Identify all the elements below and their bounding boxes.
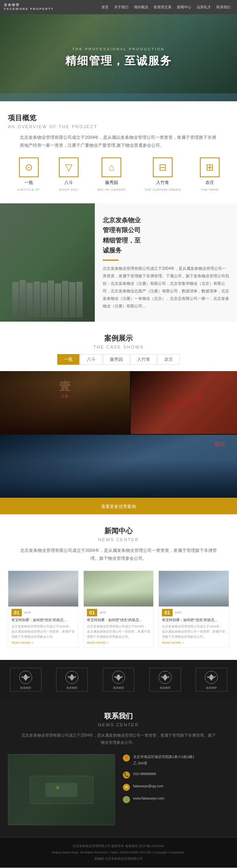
logo-label: 发条物管 (206, 686, 217, 690)
company-desc: 北京发条物业管理有限公司成立于2004年，是从属发条物业管理公司一类资资，隶属于… (103, 265, 229, 310)
cases-grid: 壹 兰亭 招 商 加 盟 花云 (0, 371, 237, 498)
contact-desc: 北京发条物业管理有限公司成立于2004年，是从属发条物业管理公司一类资资，隶属于… (20, 732, 217, 746)
news-date-row: 01 APR (84, 606, 154, 617)
cases-watermark: 招 商 加 盟 (164, 392, 203, 413)
company-section: 北京发条物业 管理有限公司 精细管理，至 诚服务 北京发条物业管理有限公司成立于… (0, 203, 237, 322)
nav-logo: 发条物管 FACEWORE PROPERTY (4, 3, 54, 11)
contact-info: 📍 北京市海淀区海淀学院路1巷小1校1楼1 乙 204室 📞 010-88888… (123, 754, 229, 825)
contact-website: www.fatiaowye.com (133, 796, 164, 802)
logo-badge: 发条物管 (149, 668, 181, 692)
project-section: 项目概览 AN OVERVIEW OF THE PROJECT 北京发条物业管理… (0, 101, 237, 203)
project-icon-item: ⊟ 入竹青 THE CURTAIN GREEN (145, 157, 181, 191)
news-title-en: NEWS CENTER (8, 537, 229, 542)
company-text: 北京发条物业 管理有限公司 精细管理，至 诚服务 北京发条物业管理有限公司成立于… (95, 203, 237, 322)
project-title-cn: 项目概览 (8, 113, 229, 123)
news-card: 01 APR 有宝特别赛：如何把"优先"的状态... 北京发条物业管理有限公司成… (83, 570, 154, 648)
project-icon-item: ⌂ 藤秀园 BIN TAI GARDEN (98, 157, 126, 191)
hero-title: 精细管理，至诚服务 (65, 53, 172, 68)
nav-link[interactable]: 运营礼才 (194, 4, 213, 11)
case-tab[interactable]: 农庄 (158, 354, 180, 365)
project-icon-item: ▽ 八斗 EIGHT DOU (59, 157, 79, 191)
phone-icon: 📞 (123, 771, 130, 779)
news-date-row: 01 APR (159, 606, 229, 617)
logos-band: 发条物管 发条物管 发条物管 发条物管 (0, 660, 237, 699)
nav-link[interactable]: 项目概况 (132, 4, 150, 11)
nav-link[interactable]: 关于我们 (112, 4, 131, 11)
contact-layout: 📍 北京市海淀区海淀学院路1巷小1校1楼1 乙 204室 📞 010-88888… (8, 754, 229, 825)
company-divider (103, 260, 118, 261)
nav-link[interactable]: 投资类元系 (151, 4, 174, 11)
news-readmore[interactable]: READ MORE > (159, 641, 229, 648)
news-date-num: 01 (11, 609, 22, 616)
bird-icon (65, 670, 79, 684)
logo-badge: 发条物管 (10, 668, 41, 692)
news-card: 01 APR 有宝特别赛：如何把"优先"的状态... 北京发条物业管理有限公司成… (8, 570, 79, 648)
news-title: 有宝特别赛：如何把"优先"的状态... (84, 617, 154, 624)
navigation: 发条物管 FACEWORE PROPERTY 首页关于我们项目概况投资类元系新闻… (0, 0, 237, 14)
contact-phone-item: 📞 010-88888888 (123, 771, 229, 779)
footer-line2: Beijing fatiao wuye. All Rights Reserved… (8, 849, 229, 856)
nav-links: 首页关于我们项目概况投资类元系新闻中心运营礼才联系我们 (99, 4, 233, 11)
project-icon-cn: 藤秀园 (105, 180, 118, 186)
nav-link[interactable]: 新闻中心 (175, 4, 194, 11)
footer: 北京发条物业管理有限公司 版权所有 备案编号 京ICP备11000000 Bei… (0, 837, 237, 868)
project-icon-cn: 八斗 (64, 180, 73, 186)
logo-label: 发条物管 (66, 686, 77, 690)
project-icon-item: ⊞ 农庄 THE FARM (200, 157, 220, 191)
project-icon-cn: 农庄 (205, 180, 214, 186)
contact-title-en: NEWS CENTER (8, 722, 229, 727)
case-cell-1: 壹 兰亭 (0, 371, 130, 434)
news-grid: 01 APR 有宝特别赛：如何把"优先"的状态... 北京发条物业管理有限公司成… (8, 570, 229, 648)
project-icon-en: A BOTTLE OF (17, 188, 40, 191)
contact-section: 联系我们 NEWS CENTER 北京发条物业管理有限公司成立于2004年，是从… (0, 699, 237, 837)
logo-label: 发条物管 (20, 686, 31, 690)
contact-email-item: ✉ fatiaowye@qq.com (123, 783, 229, 791)
project-icon-cn: 入竹青 (156, 180, 169, 186)
news-body: 北京发条物业管理有限公司成立于2004年，是从属发条物业管理公司一类资资，隶属于… (84, 624, 154, 641)
location-icon: 📍 (123, 754, 130, 762)
project-icon-en: THE FARM (201, 188, 218, 191)
case-tab[interactable]: 藤秀园 (103, 354, 130, 365)
case-tab[interactable]: 一瓶 (57, 354, 79, 365)
project-desc: 北京发条物业管理有限公司成立于2004年，是从属以发条物业管理公司一类资资，隶属… (20, 134, 217, 150)
project-title-en: AN OVERVIEW OF THE PROJECT (8, 124, 229, 129)
news-title: 有宝特别赛：如何把"优先"的状态... (159, 617, 229, 624)
project-icons: ⊙ 一瓶 A BOTTLE OF ▽ 八斗 EIGHT DOU ⌂ 藤秀园 BI… (8, 157, 229, 191)
news-image (84, 571, 154, 606)
news-date-num: 01 (162, 609, 172, 616)
nav-link[interactable]: 首页 (99, 4, 111, 11)
web-icon: 🌐 (123, 796, 130, 803)
company-title: 北京发条物业 管理有限公司 精细管理，至 诚服务 (103, 215, 229, 256)
news-title: 有宝特别赛：如何把"优先"的状态... (8, 617, 78, 624)
news-card: 01 APR 有宝特别赛：如何把"优先"的状态... 北京发条物业管理有限公司成… (158, 570, 229, 648)
bird-icon (19, 670, 33, 684)
logo-label: 发条物管 (160, 686, 171, 690)
footer-line1: 北京发条物业管理有限公司 版权所有 备案编号 京ICP备11000000 (8, 843, 229, 849)
news-date-mon: APR (175, 611, 181, 614)
cases-more-btn[interactable]: 查看更多优秀案例 (101, 504, 136, 509)
cases-btn-row: 查看更多优秀案例 (0, 498, 237, 514)
project-icon-shape: ⊞ (200, 157, 220, 177)
case-tab[interactable]: 八斗 (80, 354, 102, 365)
news-section: 新闻中心 NEWS CENTER 北京发条物业管理有限公司成立于2004年，是从… (0, 514, 237, 660)
email-icon: ✉ (123, 784, 130, 791)
project-icon-shape: ⌂ (102, 157, 121, 177)
news-readmore[interactable]: READ MORE > (8, 641, 78, 648)
contact-phone: 010-88888888 (133, 771, 156, 777)
news-date-row: 01 APR (8, 606, 78, 617)
news-readmore[interactable]: READ MORE > (84, 641, 154, 648)
news-image (159, 571, 229, 606)
hero-section: THE PROFESSIONAL PRODUCTION 精细管理，至诚服务 (0, 14, 237, 101)
contact-address: 北京市海淀区海淀学院路1巷小1校1楼1 乙 204室 (133, 754, 194, 766)
case-tab[interactable]: 入竹青 (130, 354, 157, 365)
logo-badge: 发条物管 (103, 668, 134, 692)
project-icon-cn: 一瓶 (24, 180, 33, 186)
bird-icon (111, 670, 126, 684)
nav-link[interactable]: 联系我们 (214, 4, 233, 11)
project-icon-en: THE CURTAIN GREEN (145, 188, 181, 191)
bird-icon (158, 670, 172, 684)
contact-address-item: 📍 北京市海淀区海淀学院路1巷小1校1楼1 乙 204室 (123, 754, 229, 766)
contact-email: fatiaowye@qq.com (133, 783, 164, 789)
news-title-cn: 新闻中心 (8, 526, 229, 536)
case-cell-2: 招 商 加 盟 (130, 371, 237, 434)
